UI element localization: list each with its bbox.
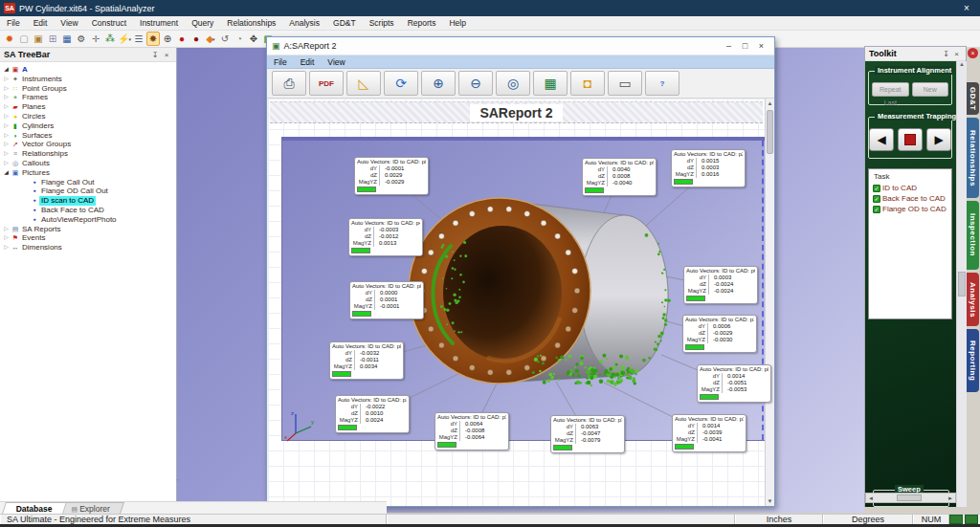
menu-item-view[interactable]: View [54,18,84,28]
dropdown-caret-icon[interactable]: ▾ [128,36,131,42]
tree-item-point-groups[interactable]: ▷∷Point Groups [2,84,176,94]
vector-callout-p372[interactable]: Auto Vectors: ID to CAD: p372dY0.0064dZ-… [434,412,509,450]
menu-item-query[interactable]: Query [185,18,220,28]
task-item-back-face-to-cad[interactable]: ✓Back Face to CAD [869,193,951,204]
refresh-button[interactable]: ⟳ [384,71,418,96]
scroll-down-icon[interactable]: ▼ [766,496,774,506]
save-icon[interactable]: ▦ [60,32,74,46]
tree-item-flange-od-call-out[interactable]: ●Flange OD Call Out [2,187,176,196]
tree-item-label[interactable]: Flange OD Call Out [39,187,110,196]
export-pdf-button[interactable]: PDF [309,71,344,96]
trap-forward-button[interactable]: ▶ [926,128,951,151]
workspace-tab-database[interactable]: Database [2,502,67,514]
menu-item-file[interactable]: File [0,18,27,28]
expander-icon[interactable]: ◢ [2,65,11,75]
scroll-up-icon[interactable]: ▲ [766,99,774,108]
vector-callout-p991[interactable]: Auto Vectors: ID to CAD: p991dY0.0040dZ0… [582,158,657,196]
status-units[interactable]: Inches [735,515,823,524]
scroll-right-icon[interactable]: ► [946,495,955,501]
tree-item-label[interactable]: ID scan to CAD [39,196,96,206]
tree-item-planes[interactable]: ▷▰Planes [2,102,176,112]
tree-item-instruments[interactable]: ▷✦Instruments [2,75,176,84]
new-alignment-button[interactable]: New [912,82,949,97]
vector-callout-p211[interactable]: Auto Vectors: ID to CAD: p211dY0.0015dZ0… [671,149,746,187]
copy-doc-icon[interactable]: ⊞ [46,32,59,46]
tree-item-label[interactable]: Instruments [20,75,64,84]
tab-strip-close-button[interactable]: × [968,48,978,58]
expander-icon[interactable]: ▷ [2,112,11,121]
scroll-thumb[interactable] [958,272,966,296]
side-tab-gdt[interactable]: GD&T [967,82,979,115]
toolkit-close-icon[interactable]: × [951,50,962,58]
tree-item-label[interactable]: Point Groups [20,84,69,94]
expander-icon[interactable]: ▷ [2,93,11,102]
expander-icon[interactable]: ▷ [2,102,11,112]
tree-item-label[interactable]: Pictures [20,168,52,178]
menu-item-scripts[interactable]: Scripts [363,18,401,28]
expander-icon[interactable]: ▷ [2,225,11,234]
expander-icon[interactable]: ▷ [2,131,11,141]
embedded-picture[interactable]: z y x 400 Auto Vectors: ID to CAD: p831d… [281,137,766,441]
toolkit-horizontal-scrollbar[interactable]: ◄ ► [865,493,956,503]
tree-item-circles[interactable]: ▷●Circles [2,112,176,121]
tree-item-label[interactable]: Cylinders [20,121,56,131]
vector-callout-p838[interactable]: Auto Vectors: ID to CAD: p838dY-0.0032dZ… [329,341,404,380]
app-close-button[interactable]: × [957,3,976,13]
menu-item-relationships[interactable]: Relationships [220,18,282,28]
tree-item-label[interactable]: AutoViewReportPhoto [39,215,119,225]
side-tab-relationships[interactable]: Relationships [967,118,979,198]
tree-item-label[interactable]: Callouts [20,159,52,168]
expander-icon[interactable]: ◢ [2,168,11,178]
trap-stop-button[interactable] [898,128,923,151]
dropdown-caret-icon[interactable]: ▾ [212,36,215,42]
trap-back-button[interactable]: ◀ [869,128,894,151]
sa-compass-icon[interactable]: ✹ [3,32,16,46]
menu-item-instrument[interactable]: Instrument [133,18,185,28]
expander-icon[interactable]: ▷ [2,121,11,131]
expander-icon[interactable]: ▷ [2,84,11,94]
print-button[interactable]: ⎙ [272,71,306,96]
zoom-in-button[interactable]: ⊕ [421,71,456,96]
vector-callout-p8[interactable]: Auto Vectors: ID to CAD: p8dY0.0014dZ-0.… [697,364,771,403]
vector-callout-p309[interactable]: Auto Vectors: ID to CAD: p309dY0.0014dZ-… [672,414,746,452]
menu-item-help[interactable]: Help [442,18,472,28]
tree-item-label[interactable]: Vector Groups [20,140,73,149]
tree-item-label[interactable]: Back Face to CAD [39,206,106,215]
red-sphere-icon[interactable]: ● [175,32,189,46]
side-tab-reporting[interactable]: Reporting [967,329,979,392]
report-menu-edit[interactable]: Edit [294,57,322,67]
tree-item-label[interactable]: SA Reports [20,225,62,234]
import-file-icon[interactable]: ▣ [32,32,45,46]
expander-icon[interactable]: ▷ [2,243,11,253]
side-tab-analysis[interactable]: Analysis [967,273,979,326]
vector-callout-p1126[interactable]: Auto Vectors: ID to CAD: p1126dY-0.0022d… [335,395,410,433]
tree-item-dimensions[interactable]: ▷↔Dimensions [2,243,176,253]
textbox-button[interactable]: ▭ [608,71,642,96]
point-tool-icon[interactable]: ⁂ [103,32,117,46]
report-minimize-button[interactable]: – [721,41,737,51]
scroll-thumb[interactable] [767,110,773,154]
status-angle-units[interactable]: Degrees [823,515,913,524]
task-item-id-to-cad[interactable]: ✓ID to CAD [869,183,951,193]
lock-button[interactable]: ◘ [570,71,605,96]
tree-item-relationships[interactable]: ▷≡Relationships [2,149,176,159]
tree-item-label[interactable]: Flange Call Out [39,178,97,187]
report-maximize-button[interactable]: □ [737,41,753,51]
tree-item-back-face-to-cad[interactable]: ●Back Face to CAD [2,206,176,215]
tree-item-callouts[interactable]: ▷◎Callouts [2,159,176,168]
tree-item-sa-reports[interactable]: ▷▤SA Reports [2,225,176,234]
move-icon[interactable]: ✥ [247,32,260,46]
expander-icon[interactable]: ▷ [2,140,11,149]
tree-item-pictures[interactable]: ◢▣Pictures [2,168,176,178]
tree-view-icon[interactable]: ☰ [132,32,145,46]
tree-item-surfaces[interactable]: ▷◗Surfaces [2,131,176,141]
tree-item-vector-groups[interactable]: ▷↗Vector Groups [2,140,176,149]
workspace-tab-explorer[interactable]: ▤Explorer [57,502,124,514]
menu-item-gdt[interactable]: GD&T [326,18,363,28]
vector-callout-p831[interactable]: Auto Vectors: ID to CAD: p831dY-0.0001dZ… [354,157,429,195]
measure-tool-icon[interactable]: ✛ [89,32,102,46]
tree-root-row[interactable]: ◢ ▣ A [2,65,176,75]
expander-icon[interactable]: ▷ [2,233,11,243]
status-green-button-2[interactable] [965,515,978,524]
vector-callout-p457[interactable]: Auto Vectors: ID to CAD: p457dY-0.0003dZ… [348,218,423,256]
